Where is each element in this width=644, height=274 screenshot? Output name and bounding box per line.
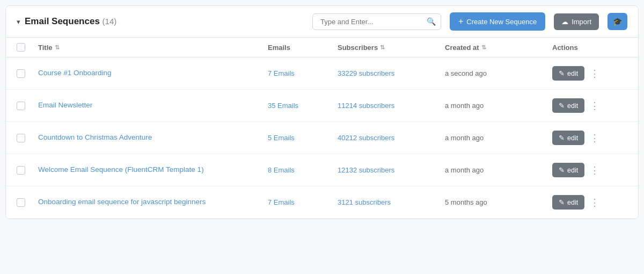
row-subscribers-2: 40212 subscribers xyxy=(338,134,445,142)
th-actions: Actions xyxy=(552,43,627,52)
row-created-4: 5 months ago xyxy=(445,198,552,206)
row-created-1: a month ago xyxy=(445,102,552,110)
row-title-2[interactable]: Countdown to Christmas Adventure xyxy=(38,133,268,143)
table-row: Countdown to Christmas Adventure 5 Email… xyxy=(6,122,638,154)
row-actions-3: ✎ edit ⋮ xyxy=(552,163,627,177)
edit-button-0[interactable]: ✎ edit xyxy=(552,66,584,81)
row-checkbox-cell xyxy=(17,198,38,207)
edit-pencil-icon: ✎ xyxy=(559,134,565,142)
row-checkbox-cell xyxy=(17,102,38,110)
more-options-button-3[interactable]: ⋮ xyxy=(588,164,602,176)
table-row: Onboarding email sequence for javascript… xyxy=(6,186,638,219)
header-title-area: ▾ Email Sequences (14) xyxy=(17,16,304,27)
th-created-label: Created at xyxy=(445,44,479,52)
th-subscribers[interactable]: Subscribers ⇅ xyxy=(338,43,445,52)
create-new-sequence-button[interactable]: + Create New Sequence xyxy=(450,12,545,31)
select-all-checkbox[interactable] xyxy=(17,43,25,52)
edit-pencil-icon: ✎ xyxy=(559,102,565,110)
import-button-label: Import xyxy=(572,18,591,26)
graduation-cap-icon: 🎓 xyxy=(613,17,622,26)
table-row: Welcome Email Sequence (FluentCRM Templa… xyxy=(6,154,638,186)
th-emails: Emails xyxy=(268,43,338,52)
chevron-down-icon[interactable]: ▾ xyxy=(17,18,20,26)
row-checkbox-0[interactable] xyxy=(17,69,25,78)
table-body: Course #1 Onboarding 7 Emails 33229 subs… xyxy=(6,57,638,219)
create-button-label: Create New Sequence xyxy=(466,18,537,26)
th-title[interactable]: Title ⇅ xyxy=(38,43,268,52)
row-checkbox-cell xyxy=(17,166,38,175)
edit-button-3[interactable]: ✎ edit xyxy=(552,163,584,177)
table-header-row: Title ⇅ Emails Subscribers ⇅ Created at … xyxy=(6,38,638,57)
edit-label: edit xyxy=(567,167,578,174)
row-created-3: a month ago xyxy=(445,166,552,174)
row-checkbox-cell xyxy=(17,134,38,142)
more-options-button-0[interactable]: ⋮ xyxy=(588,68,602,80)
row-emails-1: 35 Emails xyxy=(268,102,338,110)
row-title-4[interactable]: Onboarding email sequence for javascript… xyxy=(38,197,268,207)
more-dots-icon: ⋮ xyxy=(590,165,599,176)
page-count: (14) xyxy=(103,17,117,26)
row-checkbox-1[interactable] xyxy=(17,102,25,110)
plus-icon: + xyxy=(458,17,463,26)
row-checkbox-3[interactable] xyxy=(17,166,25,175)
page-title: Email Sequences (14) xyxy=(25,16,116,27)
import-cloud-icon: ☁ xyxy=(561,18,568,26)
edit-pencil-icon: ✎ xyxy=(559,69,565,77)
edit-label: edit xyxy=(567,134,578,142)
th-title-label: Title xyxy=(38,44,53,52)
row-subscribers-0: 33229 subscribers xyxy=(338,69,445,77)
th-created-at[interactable]: Created at ⇅ xyxy=(445,43,552,52)
search-wrapper: 🔍 xyxy=(312,13,441,30)
row-checkbox-2[interactable] xyxy=(17,134,25,142)
th-actions-label: Actions xyxy=(552,44,578,52)
row-subscribers-3: 12132 subscribers xyxy=(338,166,445,174)
row-checkbox-4[interactable] xyxy=(17,198,25,207)
edit-label: edit xyxy=(567,199,578,206)
more-dots-icon: ⋮ xyxy=(590,197,599,208)
subscribers-sort-icon: ⇅ xyxy=(380,44,385,51)
row-emails-0: 7 Emails xyxy=(268,69,338,77)
edit-label: edit xyxy=(567,102,578,110)
search-input[interactable] xyxy=(312,13,441,30)
import-button[interactable]: ☁ Import xyxy=(554,13,599,30)
more-dots-icon: ⋮ xyxy=(590,68,599,79)
edit-pencil-icon: ✎ xyxy=(559,166,565,174)
row-title-0[interactable]: Course #1 Onboarding xyxy=(38,68,268,78)
th-emails-label: Emails xyxy=(268,44,290,52)
table-row: Course #1 Onboarding 7 Emails 33229 subs… xyxy=(6,57,638,90)
graduation-cap-button[interactable]: 🎓 xyxy=(608,13,627,30)
header: ▾ Email Sequences (14) 🔍 + Create New Se… xyxy=(6,6,638,38)
more-options-button-1[interactable]: ⋮ xyxy=(588,100,602,112)
row-title-1[interactable]: Email Newsletter xyxy=(38,100,268,111)
edit-pencil-icon: ✎ xyxy=(559,198,565,206)
more-options-button-2[interactable]: ⋮ xyxy=(588,132,602,144)
row-actions-0: ✎ edit ⋮ xyxy=(552,66,627,81)
th-checkbox xyxy=(17,43,38,52)
page-title-text: Email Sequences xyxy=(25,16,100,26)
row-subscribers-4: 3121 subscribers xyxy=(338,198,445,206)
edit-button-4[interactable]: ✎ edit xyxy=(552,195,584,210)
row-subscribers-1: 11214 subscribers xyxy=(338,102,445,110)
edit-label: edit xyxy=(567,70,578,77)
table-row: Email Newsletter 35 Emails 11214 subscri… xyxy=(6,90,638,122)
row-actions-1: ✎ edit ⋮ xyxy=(552,98,627,113)
row-created-2: a month ago xyxy=(445,134,552,142)
row-emails-4: 7 Emails xyxy=(268,198,338,206)
edit-button-2[interactable]: ✎ edit xyxy=(552,131,584,145)
th-subscribers-label: Subscribers xyxy=(338,44,378,52)
more-dots-icon: ⋮ xyxy=(590,133,599,143)
edit-button-1[interactable]: ✎ edit xyxy=(552,98,584,113)
row-actions-2: ✎ edit ⋮ xyxy=(552,131,627,145)
row-emails-3: 8 Emails xyxy=(268,166,338,174)
app-container: ▾ Email Sequences (14) 🔍 + Create New Se… xyxy=(5,5,639,219)
row-created-0: a second ago xyxy=(445,69,552,77)
row-actions-4: ✎ edit ⋮ xyxy=(552,195,627,210)
row-checkbox-cell xyxy=(17,69,38,78)
sequences-table: Title ⇅ Emails Subscribers ⇅ Created at … xyxy=(6,38,638,219)
created-sort-icon: ⇅ xyxy=(481,44,486,51)
title-sort-icon: ⇅ xyxy=(55,44,60,51)
more-options-button-4[interactable]: ⋮ xyxy=(588,197,602,208)
row-title-3[interactable]: Welcome Email Sequence (FluentCRM Templa… xyxy=(38,165,268,175)
more-dots-icon: ⋮ xyxy=(590,100,599,111)
row-emails-2: 5 Emails xyxy=(268,134,338,142)
